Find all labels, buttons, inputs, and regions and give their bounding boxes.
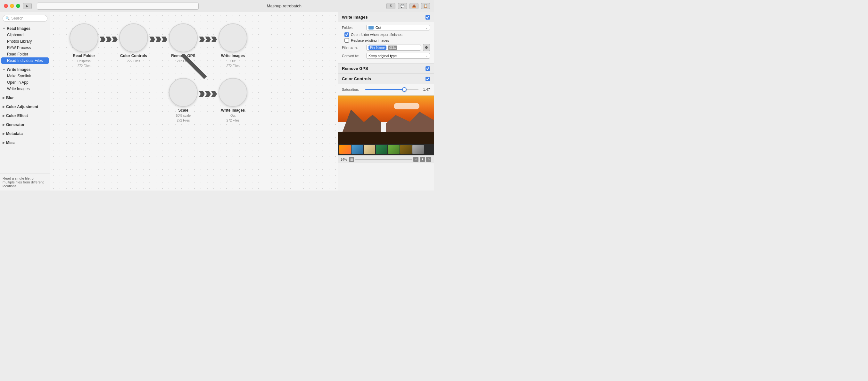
info-icon[interactable]: ℹ xyxy=(420,157,425,162)
node-label-write-images-bottom: Write Images xyxy=(221,108,245,113)
filename-row: File name: File Name @2x ⚙ xyxy=(342,44,430,51)
window-title: Mashup.retrobatch xyxy=(204,3,365,8)
node-scale[interactable]: Scale 50% scale 272 Files xyxy=(169,78,198,122)
chevron-icon xyxy=(199,91,205,97)
convert-arrow-icon: ⌄ xyxy=(425,54,428,58)
sidebar-category-color-effect[interactable]: ▶ Color Effect xyxy=(0,113,50,119)
node-read-folder[interactable]: Read Folder Unsplash 272 Files xyxy=(69,23,98,68)
node-sublabel-color-controls: 272 Files xyxy=(127,59,140,63)
sidebar-category-write-images[interactable]: ▼ Write Images xyxy=(0,66,50,73)
dollar-button[interactable]: $ xyxy=(386,3,395,9)
folder-label: Folder: xyxy=(342,26,364,30)
sidebar-item-raw-process[interactable]: RAW Process xyxy=(0,45,50,51)
zoom-slider[interactable] xyxy=(355,159,412,160)
sidebar-category-generator-label: Generator xyxy=(6,122,24,127)
notes-button[interactable]: 📋 xyxy=(421,3,430,9)
canvas-area[interactable]: Read Folder Unsplash 272 Files Color Con… xyxy=(50,12,338,190)
panel-section-write-images: Write Images Folder: Out ⌄ Open folder w… xyxy=(338,12,434,63)
trees-foreground xyxy=(338,132,434,144)
chevron-icon xyxy=(199,36,205,42)
chevron-icon xyxy=(211,36,217,42)
sidebar: 🔍 Search ▼ Read Images Clipboard Photos … xyxy=(0,12,50,190)
sidebar-category-blur[interactable]: ▶ Blur xyxy=(0,95,50,101)
write-images-enabled-checkbox[interactable] xyxy=(426,15,430,20)
sidebar-item-read-folder[interactable]: Read Folder xyxy=(0,51,50,57)
thumbnail-6[interactable] xyxy=(400,145,412,154)
sidebar-section-generator: ▶ Generator xyxy=(0,120,50,129)
search-box[interactable]: 🔍 Search xyxy=(3,15,48,22)
node-circle-color-controls[interactable] xyxy=(119,23,148,52)
thumbnail-5[interactable] xyxy=(388,145,400,154)
filename-gear-button[interactable]: ⚙ xyxy=(423,44,430,51)
node-circle-remove-gps[interactable] xyxy=(169,23,198,52)
sidebar-category-misc-label: Misc xyxy=(6,141,15,145)
maximize-button[interactable] xyxy=(16,4,20,8)
sidebar-category-label: Read Images xyxy=(7,26,30,31)
warning-icon[interactable]: ⚠ xyxy=(426,157,431,162)
node-circle-scale[interactable] xyxy=(169,78,198,107)
thumbnail-1[interactable] xyxy=(339,145,351,154)
close-button[interactable] xyxy=(4,4,8,8)
sidebar-item-open-in-app[interactable]: Open In App xyxy=(0,79,50,86)
filename-field[interactable]: File Name @2x xyxy=(366,45,421,51)
chevron-icon xyxy=(100,36,105,42)
open-folder-row: Open folder when export finishes xyxy=(342,32,430,37)
filename-token-1[interactable]: File Name xyxy=(369,46,386,50)
node-color-controls[interactable]: Color Controls 272 Files xyxy=(119,23,148,63)
thumbnail-4[interactable] xyxy=(376,145,388,154)
node-write-images-top[interactable]: Write Images Out 272 Files xyxy=(219,23,247,68)
node-remove-gps[interactable]: Remove GPS 272 Files xyxy=(169,23,198,63)
node-sublabel-read-folder-1: Unsplash xyxy=(77,59,91,63)
url-bar[interactable] xyxy=(37,3,199,10)
expand-icon-misc: ▶ xyxy=(3,141,5,144)
panel-section-write-images-header: Write Images xyxy=(338,12,434,22)
filename-token-2[interactable]: @2x xyxy=(388,46,398,50)
sidebar-item-make-symlink[interactable]: Make Symlink xyxy=(0,73,50,79)
node-circle-write-images-top[interactable] xyxy=(219,23,247,52)
thumbnail-7[interactable] xyxy=(412,145,424,154)
sidebar-section-color-effect: ▶ Color Effect xyxy=(0,111,50,120)
sidebar-item-clipboard[interactable]: Clipboard xyxy=(0,32,50,38)
sidebar-category-misc[interactable]: ▶ Misc xyxy=(0,140,50,146)
chevron-group-1 xyxy=(100,36,118,42)
sidebar-item-write-images[interactable]: Write Images xyxy=(0,86,50,92)
color-controls-enabled-checkbox[interactable] xyxy=(426,77,430,81)
panel-section-remove-gps-header: Remove GPS xyxy=(338,63,434,74)
open-folder-checkbox[interactable] xyxy=(344,32,349,37)
convert-select[interactable]: Keep original type ⌄ xyxy=(366,53,430,59)
node-sublabel-scale-1: 50% scale xyxy=(176,114,191,117)
node-sublabel-read-folder-2: 272 Files xyxy=(78,64,91,68)
color-controls-content: Saturation: 1.47 xyxy=(338,84,434,95)
right-panel: Write Images Folder: Out ⌄ Open folder w… xyxy=(338,12,434,190)
saturation-slider[interactable] xyxy=(365,89,418,90)
node-circle-read-folder[interactable] xyxy=(69,23,98,52)
minimize-button[interactable] xyxy=(10,4,14,8)
remove-gps-enabled-checkbox[interactable] xyxy=(426,66,430,71)
color-controls-title: Color Controls xyxy=(342,76,426,81)
sidebar-item-read-individual-files[interactable]: Read Individual Files xyxy=(1,57,49,64)
thumbnail-3[interactable] xyxy=(364,145,375,154)
node-write-images-bottom[interactable]: Write Images Out 272 Files xyxy=(219,78,247,122)
play-button[interactable]: ▶ xyxy=(23,3,32,9)
share-button[interactable]: 📤 xyxy=(409,3,418,9)
zoom-controls: ▦ ↗ ℹ ⚠ xyxy=(349,157,431,162)
slider-thumb[interactable] xyxy=(402,87,407,92)
sidebar-category-color-adjustment[interactable]: ▶ Color Adjustment xyxy=(0,104,50,110)
filename-label: File name: xyxy=(342,46,364,49)
folder-icon xyxy=(369,26,374,30)
folder-select[interactable]: Out ⌄ xyxy=(366,25,430,30)
node-sublabel-write-images-bottom-2: 272 Files xyxy=(226,119,240,122)
thumbnail-2[interactable] xyxy=(351,145,363,154)
export-icon[interactable]: ↗ xyxy=(413,157,418,162)
node-sublabel-write-images-top-1: Out xyxy=(230,59,236,63)
traffic-lights xyxy=(4,4,20,8)
node-circle-write-images-bottom[interactable] xyxy=(219,78,247,107)
replace-existing-checkbox[interactable] xyxy=(344,38,349,43)
sidebar-category-generator[interactable]: ▶ Generator xyxy=(0,121,50,128)
sidebar-category-read-images[interactable]: ▼ Read Images xyxy=(0,25,50,32)
message-button[interactable]: 💬 xyxy=(398,3,407,9)
sidebar-category-metadata[interactable]: ▶ Metadata xyxy=(0,130,50,137)
sidebar-category-color-effect-label: Color Effect xyxy=(6,114,28,118)
connector-3 xyxy=(199,36,217,42)
sidebar-item-photos-library[interactable]: Photos Library xyxy=(0,38,50,45)
